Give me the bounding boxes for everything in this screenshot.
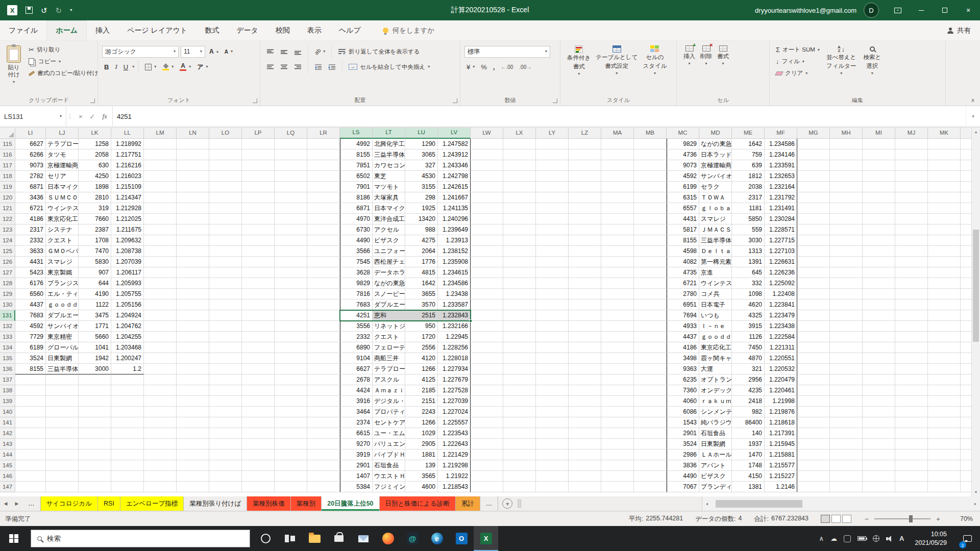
cell-LX133[interactable] [503,332,536,342]
cell-LR145[interactable] [307,460,340,471]
menu-tab-2[interactable]: 挿入 [87,20,118,40]
cell-LM137[interactable] [144,374,177,385]
cell-LU125[interactable]: 2064 [405,246,438,257]
cell-MF141[interactable]: 1.218618 [765,417,797,428]
borders-button[interactable]: ▾ [143,61,158,73]
row-header-132[interactable]: 132 [0,321,15,332]
cell-MG117[interactable] [797,160,830,171]
cell-MK129[interactable] [928,289,961,299]
cell-MF122[interactable]: 1.230284 [765,214,797,224]
undo-icon[interactable]: ↺ [41,7,47,14]
cell-MJ129[interactable] [895,289,928,299]
cell-ME118[interactable]: 1812 [732,171,765,182]
cell-LV118[interactable]: 1.242798 [438,171,471,182]
cell-LI128[interactable]: 6176 [15,278,46,289]
row-header-136[interactable]: 136 [0,364,15,374]
cell-MA120[interactable] [601,192,634,203]
cell-LY121[interactable] [536,203,569,214]
cell-ME145[interactable]: 1748 [732,460,765,471]
cell-LU134[interactable]: 2556 [405,342,438,353]
cell-MF126[interactable]: 1.226631 [765,257,797,267]
cell-ME116[interactable]: 759 [732,149,765,160]
cell-MG126[interactable] [797,257,830,267]
cell-MK116[interactable] [928,149,961,160]
cell-MA131[interactable] [601,310,634,321]
sheet-tab-10[interactable]: … [480,496,499,511]
cell-MC130[interactable]: 6951 [667,299,699,310]
cell-MB120[interactable] [634,192,667,203]
cell-MI144[interactable] [863,449,895,460]
cell-LW131[interactable] [471,310,503,321]
cell-MB144[interactable] [634,449,667,460]
cell-MA126[interactable] [601,257,634,267]
phonetic-guide-button[interactable]: ア▾ [195,61,210,73]
scroll-right-icon[interactable]: ▸ [971,496,980,511]
cell-MG124[interactable] [797,235,830,246]
cell-LL124[interactable]: 1.209632 [111,235,144,246]
cell-LZ143[interactable] [569,439,601,449]
cell-MF124[interactable]: 1.227715 [765,235,797,246]
row-header-119[interactable]: 119 [0,182,15,192]
cell-LN143[interactable] [177,439,209,449]
cell-LP145[interactable] [242,460,275,471]
copy-button[interactable]: コピー▾ [27,56,101,67]
cell-LP128[interactable] [242,278,275,289]
cell-LN116[interactable] [177,149,209,160]
cell-MI117[interactable] [863,160,895,171]
cell-LR119[interactable] [307,182,340,192]
cell-LV139[interactable]: 1.227039 [438,396,471,407]
cell-LU123[interactable]: 988 [405,224,438,235]
cell-LU146[interactable]: 3565 [405,471,438,482]
cell-LV134[interactable]: 1.228256 [438,342,471,353]
cell-LQ146[interactable] [275,471,307,482]
cell-LU144[interactable]: 1881 [405,449,438,460]
cell-LO134[interactable] [209,342,242,353]
cell-MD121[interactable]: ｇｌｏｂａ [699,203,732,214]
cell-MJ146[interactable] [895,471,928,482]
cell-LK128[interactable]: 644 [79,278,111,289]
cell-LM116[interactable] [144,149,177,160]
cell-LN140[interactable] [177,407,209,417]
cell-ML116[interactable] [961,149,971,160]
cell-LI120[interactable]: 3436 [15,192,46,203]
cell-LN136[interactable] [177,364,209,374]
zoom-out-button[interactable]: − [864,515,870,523]
cell-MG147[interactable] [797,482,830,492]
cell-MH140[interactable] [830,407,863,417]
cell-LT122[interactable]: 東洋合成工 [373,214,405,224]
cell-MI124[interactable] [863,235,895,246]
cell-LM131[interactable] [144,310,177,321]
cell-LU128[interactable]: 1642 [405,278,438,289]
page-break-view-button[interactable] [842,515,851,523]
column-header-LY[interactable]: LY [536,128,569,139]
cell-MJ147[interactable] [895,482,928,492]
cell-MB123[interactable] [634,224,667,235]
cell-LL116[interactable]: 1.217751 [111,149,144,160]
cell-LQ116[interactable] [275,149,307,160]
cell-LP147[interactable] [242,482,275,492]
cell-MC119[interactable]: 6199 [667,182,699,192]
name-box-splitter[interactable]: ⋮ [66,106,74,127]
cell-LI131[interactable]: 7683 [15,310,46,321]
cell-LY120[interactable] [536,192,569,203]
name-box[interactable]: LS131▾ [0,106,66,127]
cell-LX141[interactable] [503,417,536,428]
cell-LW137[interactable] [471,374,503,385]
cell-MH144[interactable] [830,449,863,460]
cell-LP120[interactable] [242,192,275,203]
cell-ML126[interactable] [961,257,971,267]
column-header-LT[interactable]: LT [373,128,405,139]
cell-ME117[interactable]: 639 [732,160,765,171]
cell-LT141[interactable]: セントケア [373,417,405,428]
sheet-tab-3[interactable]: エンベロープ指標 [120,496,184,511]
cell-MA116[interactable] [601,149,634,160]
column-header-LK[interactable]: LK [79,128,111,139]
cell-MI127[interactable] [863,267,895,278]
cell-MA141[interactable] [601,417,634,428]
cell-LL137[interactable] [111,374,144,385]
cell-LK118[interactable]: 4250 [79,171,111,182]
column-header-LR[interactable]: LR [307,128,340,139]
cell-LT147[interactable]: フジミイン [373,482,405,492]
cell-MF120[interactable]: 1.231792 [765,192,797,203]
cell-LT120[interactable]: 大塚家具 [373,192,405,203]
